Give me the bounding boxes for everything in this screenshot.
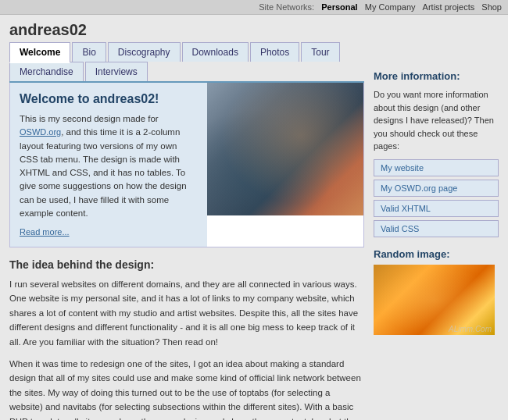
tab-downloads[interactable]: Downloads [182,42,249,62]
content-para2: When it was time to redesign one of the … [9,357,364,420]
hero-body: This is my second design made for OSWD.o… [20,112,198,220]
nav-personal[interactable]: Personal [321,2,357,12]
site-networks-label: Site Networks: [259,2,314,12]
body-section: The idea behind the design: I run severa… [9,255,364,420]
sidebar-link-xhtml[interactable]: Valid XHTML [374,200,499,217]
sidebar-link-css[interactable]: Valid CSS [374,220,499,237]
nav-my-company[interactable]: My Company [365,2,416,12]
sidebar-info-text: Do you want more information about this … [374,88,499,153]
sidebar-info-heading: More information: [374,70,499,82]
hero-title: Welcome to andreas02! [20,92,198,106]
hero-section: Welcome to andreas02! This is my second … [9,83,364,247]
tab-bar: Welcome Bio Discography Downloads Photos… [9,42,364,83]
tab-discography[interactable]: Discography [108,42,181,62]
content-area: Welcome Bio Discography Downloads Photos… [9,42,364,420]
oswd-link[interactable]: OSWD.org [20,127,61,137]
content-para1: I run several websites on different doma… [9,277,364,349]
sidebar: More information: Do you want more infor… [374,42,499,420]
hero-image [207,83,363,215]
tab-merchandise[interactable]: Merchandise [9,62,84,81]
content-heading: The idea behind the design: [9,258,364,271]
nav-artist-projects[interactable]: Artist projects [423,2,475,12]
sidebar-link-website[interactable]: My website [374,159,499,176]
tab-tour[interactable]: Tour [301,42,339,62]
tab-photos[interactable]: Photos [250,42,299,62]
tab-interviews[interactable]: Interviews [85,62,148,81]
tab-bio[interactable]: Bio [72,42,106,62]
main-wrapper: Welcome Bio Discography Downloads Photos… [0,42,508,420]
tab-welcome[interactable]: Welcome [9,42,70,63]
sidebar-link-oswd[interactable]: My OSWD.org page [374,180,499,197]
random-image: ALimm.Com [374,265,495,335]
random-image-section: Random image: ALimm.Com [374,248,499,335]
hero-text-area: Welcome to andreas02! This is my second … [10,83,207,247]
watermark: ALimm.Com [449,325,492,333]
random-image-heading: Random image: [374,248,499,260]
nav-shop[interactable]: Shop [481,2,502,12]
read-more-link[interactable]: Read more... [20,227,70,237]
top-navigation: Site Networks: Personal My Company Artis… [0,0,508,15]
site-title: andreas02 [0,15,508,42]
